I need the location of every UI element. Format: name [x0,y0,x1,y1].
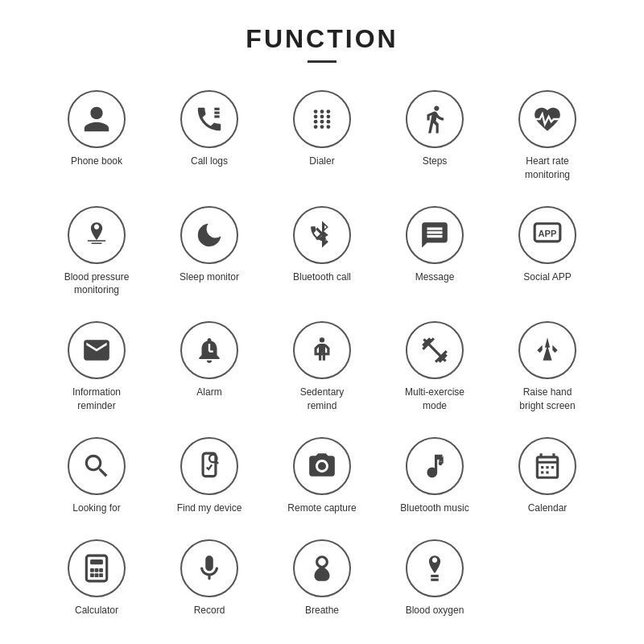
icon-circle-breathe [293,539,351,597]
title-underline [308,60,336,63]
func-label-info-reminder: Information reminder [60,386,133,413]
func-label-steps: Steps [423,155,448,168]
svg-point-10 [320,120,324,124]
func-item-info-reminder: Information reminder [40,313,153,421]
icon-circle-calendar [518,437,576,495]
icon-circle-bluetooth-call [293,206,351,264]
svg-point-6 [314,114,318,118]
svg-rect-35 [90,573,94,577]
func-item-remote-capture: Remote capture [266,429,378,523]
func-item-sedentary: Sedentary remind [266,313,378,421]
icon-circle-alarm [180,321,238,379]
func-label-breathe: Breathe [305,604,339,617]
func-item-alarm: Alarm [153,313,266,421]
func-label-sedentary: Sedentary remind [286,386,358,413]
functions-grid: Phone bookCall logsDialerStepsHeart rate… [40,82,604,625]
svg-rect-36 [95,573,99,577]
icon-circle-looking-for [68,437,126,495]
svg-rect-27 [551,466,554,469]
svg-point-15 [211,228,215,232]
func-item-find-device: Find my device [153,429,266,523]
icon-circle-bluetooth-music [406,437,464,495]
func-item-message: Message [378,198,491,306]
icon-circle-calculator [68,539,126,597]
svg-point-11 [327,120,331,124]
func-item-record: Record [153,531,266,625]
func-label-looking-for: Looking for [72,502,120,515]
func-label-raise-hand: Raise hand bright screen [511,386,584,413]
func-label-find-device: Find my device [177,502,242,515]
icon-circle-dialer [293,90,351,148]
func-label-sleep-monitor: Sleep monitor [180,270,239,284]
icon-circle-blood-oxygen [406,539,464,597]
svg-point-13 [320,125,324,129]
svg-rect-31 [90,559,103,564]
svg-point-9 [314,120,318,124]
svg-point-8 [327,114,331,118]
icon-circle-find-device [180,437,238,495]
svg-rect-29 [546,471,548,473]
func-item-blood-oxygen: Blood oxygen [378,531,491,625]
func-item-phone-book: Phone book [40,82,153,190]
svg-rect-26 [546,466,548,469]
icon-circle-sleep-monitor [180,206,238,264]
func-item-calculator: Calculator [40,531,153,625]
func-label-calendar: Calendar [528,502,568,515]
svg-rect-32 [90,568,94,572]
func-label-phone-book: Phone book [71,155,122,168]
icon-circle-blood-pressure [68,206,126,264]
svg-rect-28 [541,471,543,473]
func-item-multi-exercise: Multi-exercise mode [378,313,491,421]
svg-rect-37 [99,573,103,577]
svg-point-5 [327,109,331,114]
svg-point-14 [327,125,331,129]
func-item-blood-pressure: Blood pressure monitoring [40,198,153,306]
svg-rect-33 [95,568,99,572]
func-item-social-app: APPSocial APP [491,198,604,306]
func-item-breathe: Breathe [266,531,378,625]
icon-circle-message [406,206,464,264]
icon-circle-steps [406,90,464,148]
func-label-calculator: Calculator [75,604,118,617]
icon-circle-multi-exercise [406,321,464,379]
icon-circle-info-reminder [68,321,126,379]
func-label-message: Message [415,270,455,284]
func-label-dialer: Dialer [309,155,334,168]
func-item-heart-rate: Heart rate monitoring [491,82,604,190]
func-label-blood-pressure: Blood pressure monitoring [60,270,133,298]
icon-circle-social-app: APP [518,206,576,264]
func-label-remote-capture: Remote capture [287,502,356,515]
svg-point-24 [439,461,443,465]
svg-rect-25 [541,466,543,469]
page-title: FUNCTION [246,24,398,54]
func-item-looking-for: Looking for [40,429,153,523]
svg-point-12 [314,125,318,129]
func-label-heart-rate: Heart rate monitoring [511,155,584,182]
func-label-blood-oxygen: Blood oxygen [406,604,464,617]
func-label-multi-exercise: Multi-exercise mode [398,386,471,413]
func-item-sleep-monitor: Sleep monitor [153,198,266,306]
func-label-alarm: Alarm [196,386,221,399]
func-item-bluetooth-call: Bluetooth call [266,198,378,306]
svg-point-4 [320,109,324,114]
func-item-dialer: Dialer [266,82,378,190]
icon-circle-remote-capture [293,437,351,495]
func-item-calendar: Calendar [491,429,604,523]
svg-point-3 [314,109,318,114]
func-item-call-logs: Call logs [153,82,266,190]
icon-circle-phone-book [68,90,126,148]
icon-circle-raise-hand [518,321,576,379]
func-label-bluetooth-call: Bluetooth call [293,270,351,284]
func-item-raise-hand: Raise hand bright screen [491,313,604,421]
func-item-steps: Steps [378,82,491,190]
icon-circle-call-logs [180,90,238,148]
svg-text:APP: APP [539,228,557,237]
icon-circle-sedentary [293,321,351,379]
func-label-social-app: Social APP [523,270,571,284]
icon-circle-heart-rate [518,90,576,148]
func-label-record: Record [194,604,225,617]
svg-point-7 [320,114,324,118]
func-label-bluetooth-music: Bluetooth music [400,502,469,515]
icon-circle-record [180,539,238,597]
svg-point-20 [320,337,324,342]
